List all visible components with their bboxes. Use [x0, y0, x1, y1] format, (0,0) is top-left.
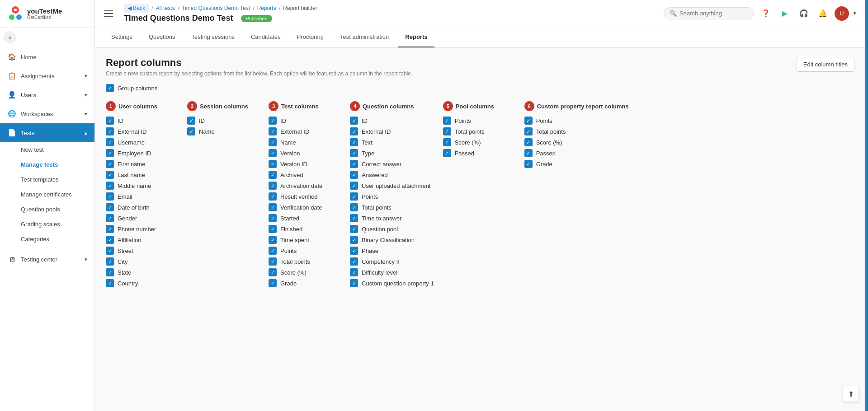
col-checkbox-1-1[interactable]: ✓: [187, 127, 195, 135]
tab-testing-sessions[interactable]: Testing sessions: [184, 27, 242, 47]
col-checkbox-2-6[interactable]: ✓: [269, 182, 277, 190]
col-checkbox-3-15[interactable]: ✓: [350, 279, 358, 287]
sidebar-collapse-btn[interactable]: «: [4, 31, 16, 44]
col-checkbox-2-15[interactable]: ✓: [269, 279, 277, 287]
col-checkbox-0-14[interactable]: ✓: [106, 268, 114, 276]
headset-btn[interactable]: 🎧: [797, 6, 811, 21]
sub-nav-manage-tests[interactable]: Manage tests: [0, 157, 94, 172]
col-checkbox-0-9[interactable]: ✓: [106, 214, 114, 222]
sidebar-item-users[interactable]: 👤 Users ▾: [0, 85, 94, 104]
col-checkbox-3-1[interactable]: ✓: [350, 127, 358, 135]
sub-nav-new-test[interactable]: New test: [0, 142, 94, 157]
col-checkbox-3-13[interactable]: ✓: [350, 257, 358, 266]
col-checkbox-2-9[interactable]: ✓: [269, 214, 277, 222]
col-checkbox-0-3[interactable]: ✓: [106, 149, 114, 157]
col-checkbox-2-11[interactable]: ✓: [269, 236, 277, 244]
col-checkbox-0-15[interactable]: ✓: [106, 279, 114, 287]
col-checkbox-3-3[interactable]: ✓: [350, 149, 358, 157]
tab-test-administration[interactable]: Test administration: [333, 27, 396, 47]
col-checkbox-3-8[interactable]: ✓: [350, 203, 358, 211]
col-checkbox-0-1[interactable]: ✓: [106, 127, 114, 135]
sub-nav-grading-scales[interactable]: Grading scales: [0, 217, 94, 232]
sidebar-item-tests[interactable]: 📄 Tests ▴: [0, 123, 94, 142]
col-checkbox-2-7[interactable]: ✓: [269, 192, 277, 201]
col-item: ✓Started: [269, 214, 341, 222]
col-checkbox-3-7[interactable]: ✓: [350, 192, 358, 201]
help-btn[interactable]: ❓: [759, 6, 773, 21]
tab-candidates[interactable]: Candidates: [244, 27, 288, 47]
sidebar-item-home[interactable]: 🏠 Home: [0, 47, 94, 66]
col-checkbox-0-0[interactable]: ✓: [106, 117, 114, 125]
col-checkbox-5-2[interactable]: ✓: [524, 138, 533, 146]
col-label: Name: [280, 139, 296, 146]
col-checkbox-2-2[interactable]: ✓: [269, 138, 277, 146]
col-checkbox-2-4[interactable]: ✓: [269, 160, 277, 168]
col-checkbox-3-12[interactable]: ✓: [350, 247, 358, 255]
sidebar-item-assignments[interactable]: 📋 Assignments ▾: [0, 66, 94, 85]
tab-reports[interactable]: Reports: [398, 27, 434, 47]
col-checkbox-5-4[interactable]: ✓: [524, 160, 533, 168]
col-checkbox-2-14[interactable]: ✓: [269, 268, 277, 276]
breadcrumb-reports[interactable]: Reports: [257, 5, 276, 11]
col-checkbox-3-9[interactable]: ✓: [350, 214, 358, 222]
tab-questions[interactable]: Questions: [142, 27, 183, 47]
col-checkbox-2-8[interactable]: ✓: [269, 203, 277, 211]
col-checkbox-0-4[interactable]: ✓: [106, 160, 114, 168]
col-checkbox-4-3[interactable]: ✓: [443, 149, 451, 157]
col-checkbox-0-2[interactable]: ✓: [106, 138, 114, 146]
col-checkbox-1-0[interactable]: ✓: [187, 117, 195, 125]
sidebar-item-workspaces[interactable]: 🌐 Workspaces ▾: [0, 104, 94, 123]
col-checkbox-2-3[interactable]: ✓: [269, 149, 277, 157]
col-checkbox-2-10[interactable]: ✓: [269, 225, 277, 233]
play-btn[interactable]: ▶: [778, 6, 792, 21]
sidebar-item-testing-center[interactable]: 🖥 Testing center ▾: [0, 250, 94, 269]
col-checkbox-5-1[interactable]: ✓: [524, 127, 533, 135]
col-checkbox-3-4[interactable]: ✓: [350, 160, 358, 168]
col-checkbox-0-6[interactable]: ✓: [106, 182, 114, 190]
col-checkbox-0-13[interactable]: ✓: [106, 257, 114, 266]
breadcrumb-all-tests[interactable]: All tests: [156, 5, 175, 11]
col-checkbox-0-8[interactable]: ✓: [106, 203, 114, 211]
group-columns-checkbox[interactable]: ✓: [106, 84, 114, 92]
bell-btn[interactable]: 🔔: [816, 6, 830, 21]
col-checkbox-3-6[interactable]: ✓: [350, 182, 358, 190]
col-label: Version: [280, 150, 300, 157]
col-item: ✓Middle name: [106, 182, 178, 190]
tab-proctoring[interactable]: Proctoring: [290, 27, 331, 47]
col-checkbox-4-1[interactable]: ✓: [443, 127, 451, 135]
col-checkbox-3-11[interactable]: ✓: [350, 236, 358, 244]
col-checkbox-5-3[interactable]: ✓: [524, 149, 533, 157]
col-checkbox-2-12[interactable]: ✓: [269, 247, 277, 255]
col-checkbox-3-14[interactable]: ✓: [350, 268, 358, 276]
col-checkbox-0-11[interactable]: ✓: [106, 236, 114, 244]
col-checkbox-0-12[interactable]: ✓: [106, 247, 114, 255]
col-checkbox-2-0[interactable]: ✓: [269, 117, 277, 125]
avatar-arrow[interactable]: ▾: [854, 10, 856, 16]
col-checkbox-0-10[interactable]: ✓: [106, 225, 114, 233]
sub-nav-manage-certificates[interactable]: Manage certificates: [0, 187, 94, 202]
sub-nav-categories[interactable]: Categories: [0, 232, 94, 247]
col-checkbox-2-1[interactable]: ✓: [269, 127, 277, 135]
col-checkbox-4-2[interactable]: ✓: [443, 138, 451, 146]
sub-nav-question-pools[interactable]: Question pools: [0, 202, 94, 217]
col-checkbox-2-13[interactable]: ✓: [269, 257, 277, 266]
avatar[interactable]: U: [835, 6, 849, 21]
col-checkbox-3-10[interactable]: ✓: [350, 225, 358, 233]
col-checkbox-3-5[interactable]: ✓: [350, 171, 358, 179]
search-box[interactable]: 🔍: [664, 7, 754, 19]
tab-settings[interactable]: Settings: [104, 27, 140, 47]
sub-nav-test-templates[interactable]: Test templates: [0, 172, 94, 187]
col-checkbox-0-7[interactable]: ✓: [106, 192, 114, 201]
col-checkbox-5-0[interactable]: ✓: [524, 117, 533, 125]
search-input[interactable]: [679, 10, 743, 17]
col-checkbox-3-0[interactable]: ✓: [350, 117, 358, 125]
col-checkbox-3-2[interactable]: ✓: [350, 138, 358, 146]
breadcrumb-test-name[interactable]: Timed Questions Demo Test: [182, 5, 250, 11]
col-checkbox-4-0[interactable]: ✓: [443, 117, 451, 125]
hamburger-btn[interactable]: [104, 6, 118, 21]
col-checkbox-0-5[interactable]: ✓: [106, 171, 114, 179]
scroll-to-top-btn[interactable]: ⬆: [843, 386, 859, 402]
back-btn[interactable]: ◀ Back: [124, 4, 149, 13]
edit-column-titles-btn[interactable]: Edit column titles: [797, 57, 854, 72]
col-checkbox-2-5[interactable]: ✓: [269, 171, 277, 179]
